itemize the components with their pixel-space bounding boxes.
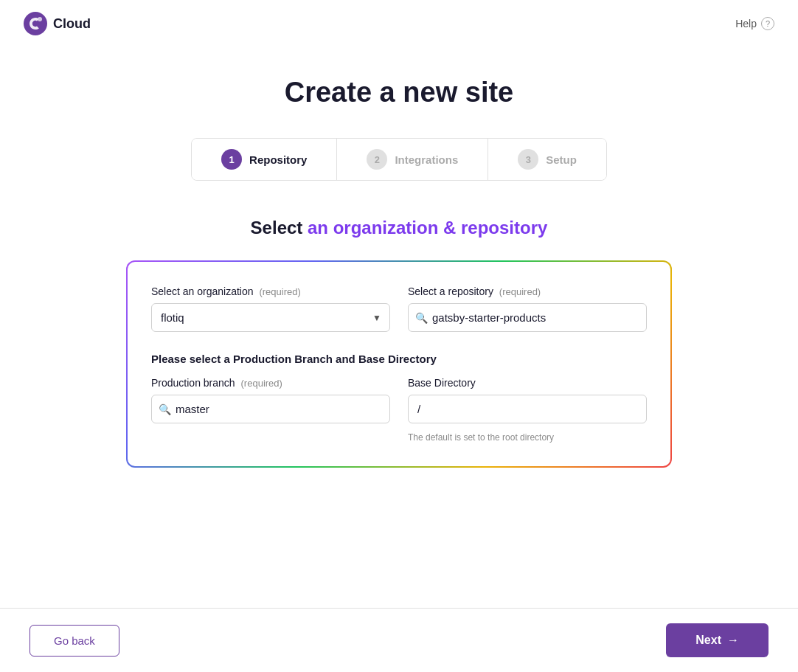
header: Cloud Help ? [0,0,798,47]
form-row-branch-dir: Production branch (required) 🔍 Base Dire… [151,377,647,443]
help-icon: ? [761,17,774,30]
step-1-number: 1 [221,149,242,170]
section-title-part1: Select [251,218,308,238]
org-label: Select an organization (required) [151,285,390,297]
page-title: Create a new site [285,77,513,108]
org-required: (required) [259,286,300,297]
section-title: Select an organization & repository [251,218,548,238]
org-select-wrapper: flotiq ▼ [151,303,390,332]
step-2-number: 2 [367,149,387,170]
repo-input[interactable] [408,303,647,332]
main-content: Create a new site 1 Repository 2 Integra… [0,47,798,608]
repo-search-icon: 🔍 [415,312,428,324]
base-dir-label: Base Directory [408,377,647,389]
help-button[interactable]: Help ? [735,17,774,30]
repo-required: (required) [499,286,541,297]
org-group: Select an organization (required) flotiq… [151,285,390,332]
step-repository[interactable]: 1 Repository [192,139,337,180]
step-setup[interactable]: 3 Setup [488,139,606,180]
svg-point-0 [24,12,47,35]
repo-label: Select a repository (required) [408,285,647,297]
next-arrow-icon: → [727,634,739,647]
svg-point-1 [38,17,42,21]
go-back-button[interactable]: Go back [30,625,119,657]
branch-group: Production branch (required) 🔍 [151,377,390,443]
help-label: Help [735,18,757,30]
org-select[interactable]: flotiq [151,303,390,332]
branch-label: Production branch (required) [151,377,390,389]
step-integrations[interactable]: 2 Integrations [337,139,488,180]
base-dir-group: Base Directory The default is set to the… [408,377,647,443]
branch-section-title: Please select a Production Branch and Ba… [151,353,647,365]
repo-group: Select a repository (required) 🔍 [408,285,647,332]
base-dir-hint: The default is set to the root directory [408,432,647,443]
next-label: Next [695,634,721,647]
branch-input[interactable] [151,395,390,423]
section-title-part2: an organization & repository [308,218,547,238]
branch-required: (required) [241,378,282,389]
base-dir-input[interactable] [408,395,647,423]
footer: Go back Next → [0,608,798,672]
logo-icon [24,12,47,35]
form-card: Select an organization (required) flotiq… [126,260,672,468]
branch-search-icon: 🔍 [159,403,171,415]
step-1-label: Repository [249,153,307,166]
form-row-org-repo: Select an organization (required) flotiq… [151,285,647,332]
step-2-label: Integrations [395,153,458,166]
logo-text: Cloud [53,16,91,32]
step-3-label: Setup [546,153,577,166]
next-button[interactable]: Next → [666,623,768,657]
steps-container: 1 Repository 2 Integrations 3 Setup [191,138,607,181]
branch-input-wrapper: 🔍 [151,395,390,423]
repo-input-wrapper: 🔍 [408,303,647,332]
logo-area: Cloud [24,12,91,35]
step-3-number: 3 [518,149,538,170]
